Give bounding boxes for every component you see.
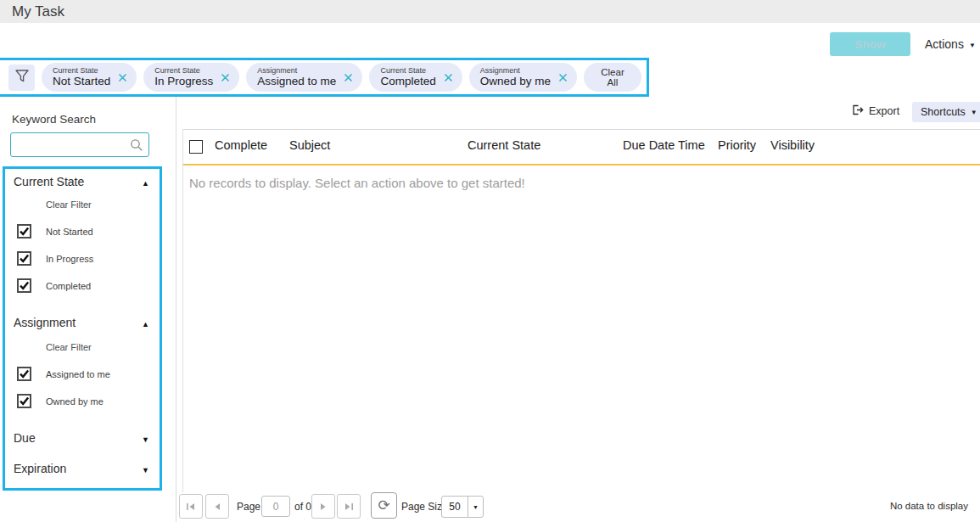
checkbox-icon[interactable] bbox=[17, 367, 31, 381]
filter-chip[interactable]: Assignment Owned by me bbox=[469, 63, 577, 92]
remove-filter-icon[interactable] bbox=[221, 73, 230, 82]
filter-bar: Current State Not Started Current State … bbox=[0, 58, 649, 97]
page-label: Page bbox=[237, 501, 260, 513]
chip-category: Current State bbox=[154, 66, 213, 75]
next-page-button[interactable] bbox=[311, 494, 335, 519]
section-title: Expiration bbox=[14, 462, 66, 475]
chip-value: Not Started bbox=[53, 75, 110, 88]
sidebar-divider bbox=[176, 97, 176, 522]
remove-filter-icon[interactable] bbox=[558, 73, 568, 82]
grid-status-text: No data to display bbox=[890, 501, 968, 511]
remove-filter-icon[interactable] bbox=[118, 73, 127, 82]
clear-all-button[interactable]: Clear All bbox=[584, 63, 641, 92]
section-header-assignment[interactable]: Assignment bbox=[5, 315, 160, 330]
checkbox-icon[interactable] bbox=[17, 394, 31, 408]
option-label: Not Started bbox=[46, 227, 93, 237]
filter-chip[interactable]: Current State Completed bbox=[369, 63, 462, 92]
pagination-bar: Page of 0 ⟳ Page Size 50 bbox=[179, 492, 535, 521]
page-size-select[interactable]: 50 bbox=[441, 496, 484, 518]
filter-option-owned-by-me[interactable]: Owned by me bbox=[17, 394, 104, 408]
actions-label: Actions bbox=[925, 37, 964, 51]
filter-button[interactable] bbox=[8, 65, 35, 91]
remove-filter-icon[interactable] bbox=[444, 73, 453, 82]
checkbox-icon[interactable] bbox=[17, 278, 31, 293]
checkbox-icon[interactable] bbox=[17, 224, 31, 239]
actions-dropdown[interactable]: Actions bbox=[925, 37, 976, 51]
filter-chip[interactable]: Current State Not Started bbox=[42, 63, 137, 92]
collapse-icon[interactable] bbox=[142, 461, 149, 476]
filter-option-in-progress[interactable]: In Progress bbox=[17, 251, 93, 266]
checkbox-icon[interactable] bbox=[17, 251, 31, 266]
shortcuts-label: Shortcuts bbox=[921, 106, 966, 118]
chip-value: In Progress bbox=[154, 75, 213, 88]
previous-page-button[interactable] bbox=[205, 494, 229, 519]
last-page-button[interactable] bbox=[337, 494, 361, 519]
refresh-icon[interactable]: ⟳ bbox=[371, 492, 397, 519]
export-button[interactable]: Export bbox=[851, 104, 899, 119]
keyword-search-input[interactable] bbox=[14, 135, 125, 154]
column-header-complete[interactable]: Complete bbox=[215, 138, 267, 152]
section-header-current-state[interactable]: Current State bbox=[5, 174, 160, 189]
clear-filter-link[interactable]: Clear Filter bbox=[46, 199, 92, 210]
filter-option-completed[interactable]: Completed bbox=[17, 278, 91, 293]
section-header-due[interactable]: Due bbox=[5, 430, 160, 446]
filter-chip[interactable]: Current State In Progress bbox=[143, 63, 239, 92]
remove-filter-icon[interactable] bbox=[344, 73, 353, 82]
select-all-checkbox[interactable] bbox=[189, 140, 203, 154]
option-label: Assigned to me bbox=[46, 369, 110, 379]
column-header-priority[interactable]: Priority bbox=[718, 138, 756, 152]
chip-category: Current State bbox=[380, 66, 435, 75]
task-grid: Complete Subject Current State Due Date … bbox=[182, 129, 980, 492]
keyword-search-box bbox=[10, 132, 149, 157]
column-header-visibility[interactable]: Visibility bbox=[770, 138, 815, 152]
chip-value: Owned by me bbox=[480, 75, 551, 88]
option-label: Owned by me bbox=[46, 396, 104, 407]
page-size-value: 50 bbox=[442, 497, 468, 517]
section-header-expiration[interactable]: Expiration bbox=[5, 461, 160, 476]
chevron-down-icon[interactable] bbox=[468, 497, 483, 517]
first-page-button[interactable] bbox=[179, 494, 203, 519]
filter-sections-panel: Current State Clear Filter Not Started I… bbox=[3, 166, 162, 491]
chip-category: Assignment bbox=[480, 66, 551, 75]
option-label: Completed bbox=[46, 281, 91, 291]
clear-filter-link[interactable]: Clear Filter bbox=[46, 342, 92, 352]
grid-header-row: Complete Subject Current State Due Date … bbox=[183, 137, 980, 164]
keyword-search-label: Keyword Search bbox=[12, 113, 96, 126]
funnel-icon bbox=[14, 69, 30, 86]
page: My Task Show Actions Current State Not S… bbox=[0, 0, 980, 522]
header-underline bbox=[183, 164, 980, 166]
section-title: Assignment bbox=[14, 316, 76, 329]
column-header-current-state[interactable]: Current State bbox=[468, 138, 540, 152]
page-count-label: of 0 bbox=[294, 501, 311, 513]
column-header-due-date-time[interactable]: Due Date Time bbox=[623, 138, 705, 152]
search-icon[interactable] bbox=[130, 138, 143, 155]
collapse-icon[interactable] bbox=[142, 430, 149, 446]
chip-value: Completed bbox=[380, 75, 435, 88]
column-header-subject[interactable]: Subject bbox=[289, 138, 330, 152]
chip-value: Assigned to me bbox=[257, 75, 336, 88]
filter-option-assigned-to-me[interactable]: Assigned to me bbox=[17, 367, 110, 381]
page-number-input[interactable] bbox=[261, 496, 290, 517]
collapse-icon[interactable] bbox=[142, 174, 149, 189]
chip-category: Current State bbox=[53, 66, 110, 75]
option-label: In Progress bbox=[46, 254, 93, 264]
section-title: Due bbox=[14, 431, 36, 445]
collapse-icon[interactable] bbox=[142, 315, 149, 330]
chip-category: Assignment bbox=[257, 66, 336, 75]
page-title: My Task bbox=[12, 3, 64, 20]
shortcuts-dropdown[interactable]: Shortcuts bbox=[912, 102, 980, 122]
filter-chip[interactable]: Assignment Assigned to me bbox=[246, 63, 362, 92]
export-label: Export bbox=[869, 105, 899, 117]
empty-grid-message: No records to display. Select an action … bbox=[189, 176, 525, 190]
show-button[interactable]: Show bbox=[830, 32, 910, 56]
export-icon bbox=[851, 104, 864, 119]
top-bar: My Task bbox=[0, 0, 980, 23]
filter-option-not-started[interactable]: Not Started bbox=[17, 224, 93, 239]
section-title: Current State bbox=[14, 175, 84, 188]
